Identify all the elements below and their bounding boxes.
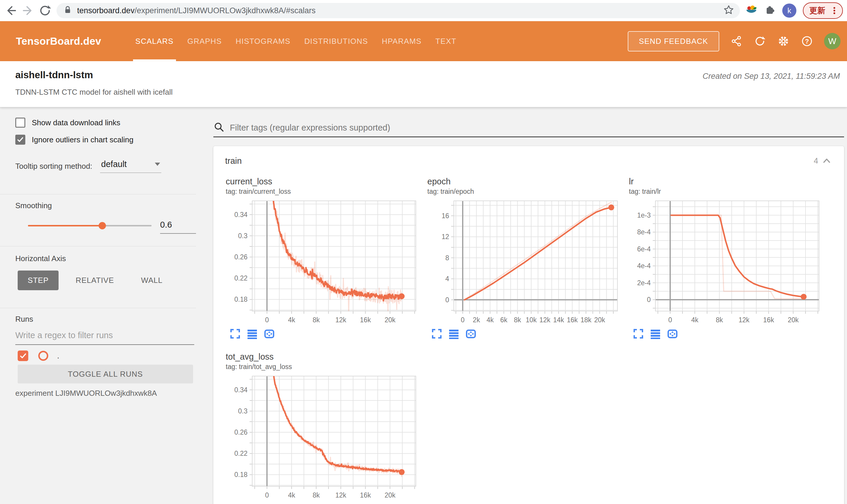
expand-icon[interactable]: [229, 328, 241, 340]
chart-toolbar: [633, 328, 830, 340]
svg-text:20k: 20k: [594, 316, 605, 324]
svg-text:18k: 18k: [581, 316, 591, 324]
ignore-outliers-checkbox[interactable]: [15, 135, 25, 145]
extension-bowl-icon[interactable]: [745, 4, 758, 17]
runs-filter-input[interactable]: [15, 330, 194, 345]
svg-text:16k: 16k: [360, 491, 371, 499]
share-icon[interactable]: [730, 35, 743, 48]
settings-gear-icon[interactable]: [777, 35, 790, 48]
tooltip-sorting-select[interactable]: default: [100, 159, 161, 173]
svg-text:16k: 16k: [763, 316, 774, 324]
divider: [0, 246, 196, 247]
haxis-step-button[interactable]: STEP: [18, 271, 58, 290]
browser-extensions-area: k 更新: [745, 2, 843, 19]
svg-text:6e-4: 6e-4: [637, 245, 651, 253]
svg-text:0: 0: [647, 296, 651, 304]
browser-toolbar: tensorboard.dev/experiment/LJI9MWUORLOw3…: [0, 0, 847, 21]
svg-text:12k: 12k: [335, 316, 346, 324]
chart-plot-epoch[interactable]: 048121602k4k6k8k10k12k14k16k18k20k: [427, 198, 621, 324]
svg-text:8k: 8k: [313, 491, 320, 499]
tab-distributions[interactable]: DISTRIBUTIONS: [304, 21, 368, 61]
fit-domain-icon[interactable]: [263, 328, 275, 340]
forward-icon[interactable]: [19, 2, 36, 19]
chart-toolbar: [431, 328, 628, 340]
horizontal-bars-icon[interactable]: [246, 328, 258, 340]
charts-grid: current_losstag: train/current_loss0.340…: [213, 176, 844, 504]
chart-toolbar: [229, 328, 427, 340]
expand-icon[interactable]: [633, 328, 644, 340]
show-download-links-checkbox[interactable]: [15, 118, 25, 128]
svg-text:8k: 8k: [514, 316, 521, 324]
run-name-label: .: [57, 352, 59, 360]
slider-fill: [28, 225, 102, 227]
haxis-wall-button[interactable]: WALL: [131, 271, 172, 290]
svg-text:4e-4: 4e-4: [637, 262, 651, 270]
tab-histograms[interactable]: HISTOGRAMS: [236, 21, 291, 61]
experiment-name: aishell-tdnn-lstm: [15, 69, 93, 80]
reload-icon[interactable]: [36, 2, 54, 19]
svg-text:12k: 12k: [539, 316, 551, 324]
chart-title: epoch: [427, 177, 628, 186]
tag-filter-input[interactable]: [229, 123, 844, 133]
tab-scalars[interactable]: SCALARS: [135, 21, 174, 61]
slider-handle[interactable]: [99, 222, 106, 229]
chart-plot-tot_avg_loss[interactable]: 0.340.30.260.220.1804k8k12k16k20k: [225, 373, 419, 500]
group-header[interactable]: train 4: [213, 146, 844, 176]
scalar-chart-tot_avg_loss: tot_avg_losstag: train/tot_avg_loss0.340…: [225, 352, 427, 504]
expand-icon[interactable]: [431, 328, 443, 340]
svg-text:0: 0: [668, 316, 672, 324]
chart-plot-lr[interactable]: 02e-44e-46e-48e-41e-304k8k12k16k20k: [628, 198, 823, 324]
svg-text:0.26: 0.26: [234, 253, 247, 261]
chart-tag: tag: train/lr: [629, 187, 830, 196]
app-logo[interactable]: TensorBoard.dev: [16, 35, 101, 47]
svg-text:0.26: 0.26: [234, 428, 247, 436]
svg-text:2e-4: 2e-4: [637, 279, 651, 287]
svg-text:12: 12: [442, 233, 449, 240]
fit-domain-icon[interactable]: [667, 328, 678, 340]
chart-tag: tag: train/current_loss: [226, 187, 427, 196]
run-checkbox[interactable]: [18, 350, 28, 361]
tab-hparams[interactable]: HPARAMS: [382, 21, 421, 61]
svg-text:20k: 20k: [385, 491, 396, 499]
refresh-icon[interactable]: [754, 35, 766, 48]
browser-menu-icon[interactable]: [829, 5, 839, 16]
address-bar[interactable]: tensorboard.dev/experiment/LJI9MWUORLOw3…: [56, 3, 740, 18]
horizontal-bars-icon[interactable]: [448, 328, 460, 340]
svg-text:8e-4: 8e-4: [637, 228, 651, 236]
svg-text:8k: 8k: [716, 316, 723, 324]
group-count: 4: [814, 157, 818, 165]
chart-title: lr: [629, 177, 830, 186]
help-icon[interactable]: ?: [800, 35, 813, 48]
update-button[interactable]: 更新: [803, 2, 843, 19]
check-icon: [16, 136, 24, 144]
header-tabs: SCALARSGRAPHSHISTOGRAMSDISTRIBUTIONSHPAR…: [135, 21, 456, 61]
smoothing-slider[interactable]: [28, 225, 152, 227]
svg-text:0.3: 0.3: [238, 232, 247, 240]
svg-text:0.18: 0.18: [234, 471, 247, 479]
bookmark-star-icon[interactable]: [723, 4, 734, 17]
chart-plot-current_loss[interactable]: 0.340.30.260.220.1804k8k12k16k20k: [225, 198, 419, 324]
fit-domain-icon[interactable]: [465, 328, 477, 340]
user-avatar[interactable]: W: [824, 33, 841, 49]
header-actions: SEND FEEDBACK ? W: [628, 31, 841, 52]
svg-text:10k: 10k: [525, 316, 537, 324]
check-icon: [19, 352, 27, 360]
smoothing-value-input[interactable]: 0.6: [160, 220, 196, 234]
group-collapse-control[interactable]: 4: [814, 155, 832, 166]
browser-profile-avatar[interactable]: k: [782, 3, 796, 18]
svg-text:6k: 6k: [500, 316, 508, 324]
svg-text:4k: 4k: [288, 491, 295, 499]
main-content: train 4 current_losstag: train/current_l…: [196, 107, 847, 504]
tab-graphs[interactable]: GRAPHS: [188, 21, 222, 61]
svg-text:0: 0: [265, 316, 269, 324]
horizontal-bars-icon[interactable]: [650, 328, 661, 340]
toggle-all-runs-button[interactable]: TOGGLE ALL RUNS: [18, 365, 193, 383]
send-feedback-button[interactable]: SEND FEEDBACK: [628, 31, 719, 52]
group-name: train: [225, 156, 242, 166]
svg-text:0.22: 0.22: [234, 450, 247, 457]
extensions-puzzle-icon[interactable]: [764, 4, 776, 17]
settings-sidebar: Show data download links Ignore outliers…: [0, 107, 196, 504]
back-icon[interactable]: [2, 2, 19, 19]
tab-text[interactable]: TEXT: [435, 21, 456, 61]
haxis-relative-button[interactable]: RELATIVE: [66, 271, 124, 290]
